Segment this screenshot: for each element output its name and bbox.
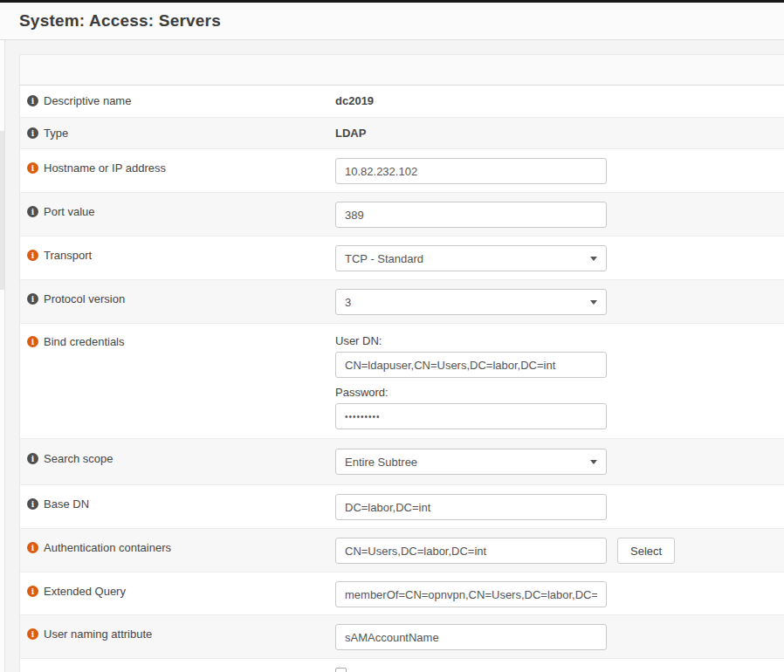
page-header: System: Access: Servers xyxy=(0,3,784,40)
field-control-transport: TCP - Standard xyxy=(335,237,784,271)
field-label-hostname: iHostname or IP address xyxy=(20,149,335,175)
field-control-base-dn xyxy=(335,485,784,520)
transport-select[interactable]: TCP - Standard xyxy=(335,245,607,271)
authentication-containers-input[interactable] xyxy=(335,538,607,564)
panel-header-spacer xyxy=(20,55,784,86)
form-row-type: iTypeLDAP xyxy=(20,118,784,149)
chevron-down-icon xyxy=(590,257,597,261)
field-label-text: Port value xyxy=(44,205,95,218)
read-properties-checkbox[interactable] xyxy=(335,668,347,672)
field-control-authentication-containers: Select xyxy=(335,529,784,564)
type-value: LDAP xyxy=(335,127,366,140)
content-area: iDescriptive namedc2019iTypeLDAPiHostnam… xyxy=(19,54,784,672)
field-label-transport: iTransport xyxy=(20,237,335,262)
field-control-bind-credentials: User DN:Password: xyxy=(335,324,784,429)
info-icon[interactable]: i xyxy=(27,453,38,464)
field-label-text: Protocol version xyxy=(44,292,125,305)
form-row-extended-query: iExtended Query xyxy=(20,573,784,615)
field-label-authentication-containers: iAuthentication containers xyxy=(20,529,335,554)
chevron-down-icon xyxy=(590,300,597,305)
info-icon[interactable]: i xyxy=(27,127,38,139)
field-control-user-naming-attribute xyxy=(335,615,784,650)
password-input[interactable] xyxy=(335,403,607,429)
form-row-protocol-version: iProtocol version3 xyxy=(20,280,784,324)
left-scrollbar[interactable] xyxy=(0,40,5,672)
info-icon[interactable]: i xyxy=(27,162,38,174)
field-control-search-scope: Entire Subtree xyxy=(335,439,784,475)
scrollbar-thumb[interactable] xyxy=(0,131,4,290)
field-label-text: Descriptive name xyxy=(44,94,131,107)
form-row-bind-credentials: iBind credentialsUser DN:Password: xyxy=(20,324,784,439)
info-icon[interactable]: i xyxy=(27,206,38,217)
field-label-search-scope: iSearch scope xyxy=(20,439,335,465)
field-control-hostname xyxy=(335,149,784,184)
search-scope-select[interactable]: Entire Subtree xyxy=(335,449,607,475)
descriptive-name-value: dc2019 xyxy=(335,94,374,107)
info-icon[interactable]: i xyxy=(27,250,38,261)
select-containers-button[interactable]: Select xyxy=(617,538,675,564)
field-label-type: iType xyxy=(20,118,335,140)
field-control-type: LDAP xyxy=(335,118,784,140)
hostname-input[interactable] xyxy=(335,158,607,184)
selected-value: TCP - Standard xyxy=(345,252,423,265)
extended-query-input[interactable] xyxy=(335,581,607,607)
field-label-text: Transport xyxy=(44,249,92,262)
field-label-bind-credentials: iBind credentials xyxy=(20,324,335,348)
sub-label-password: Password: xyxy=(335,386,777,399)
field-label-text: Hostname or IP address xyxy=(44,161,166,175)
field-control-extended-query xyxy=(335,573,784,607)
info-icon[interactable]: i xyxy=(27,628,38,640)
user-naming-attribute-input[interactable] xyxy=(335,624,607,650)
info-icon[interactable]: i xyxy=(27,542,38,553)
field-control-protocol-version: 3 xyxy=(335,280,784,315)
page-title: System: Access: Servers xyxy=(19,11,221,31)
field-label-text: Search scope xyxy=(44,452,113,465)
field-label-protocol-version: iProtocol version xyxy=(20,280,335,305)
selected-value: 3 xyxy=(345,296,351,309)
field-label-extended-query: iExtended Query xyxy=(20,573,335,598)
field-label-text: Base DN xyxy=(44,497,89,511)
info-icon[interactable]: i xyxy=(27,498,38,510)
form-row-hostname: iHostname or IP address xyxy=(20,149,784,193)
ldap-server-settings-panel: iDescriptive namedc2019iTypeLDAPiHostnam… xyxy=(19,54,784,672)
port-input[interactable] xyxy=(335,202,607,228)
field-control-read-properties xyxy=(335,659,784,672)
form-row-port: iPort value xyxy=(20,193,784,237)
form-rows: iDescriptive namedc2019iTypeLDAPiHostnam… xyxy=(20,86,784,672)
bind-credentials-input[interactable] xyxy=(335,352,607,378)
form-row-base-dn: iBase DN xyxy=(20,485,784,529)
info-icon[interactable]: i xyxy=(27,336,38,347)
form-row-transport: iTransportTCP - Standard xyxy=(20,237,784,280)
form-row-read-properties: iRead properties xyxy=(20,659,784,672)
field-label-text: User naming attribute xyxy=(44,627,152,641)
info-icon[interactable]: i xyxy=(27,293,38,305)
form-row-search-scope: iSearch scopeEntire Subtree xyxy=(20,439,784,485)
field-label-text: Authentication containers xyxy=(44,541,171,554)
form-row-user-naming-attribute: iUser naming attribute xyxy=(20,615,784,659)
field-label-text: Type xyxy=(44,127,68,140)
input-with-button: Select xyxy=(335,538,777,564)
field-control-port xyxy=(335,193,784,228)
field-label-text: Bind credentials xyxy=(44,335,125,348)
chevron-down-icon xyxy=(590,460,597,464)
protocol-version-select[interactable]: 3 xyxy=(335,289,607,315)
field-label-port: iPort value xyxy=(20,193,335,218)
field-label-base-dn: iBase DN xyxy=(20,485,335,511)
field-label-user-naming-attribute: iUser naming attribute xyxy=(20,615,335,641)
sub-label-user-dn: User DN: xyxy=(335,334,777,347)
form-row-descriptive-name: iDescriptive namedc2019 xyxy=(20,86,784,118)
base-dn-input[interactable] xyxy=(335,494,607,520)
selected-value: Entire Subtree xyxy=(345,456,417,469)
form-row-authentication-containers: iAuthentication containersSelect xyxy=(20,529,784,573)
info-icon[interactable]: i xyxy=(27,586,38,597)
field-label-text: Extended Query xyxy=(44,585,126,598)
field-label-descriptive-name: iDescriptive name xyxy=(20,86,335,107)
info-icon[interactable]: i xyxy=(27,95,38,106)
field-label-read-properties: iRead properties xyxy=(20,659,335,672)
field-control-descriptive-name: dc2019 xyxy=(335,86,784,107)
